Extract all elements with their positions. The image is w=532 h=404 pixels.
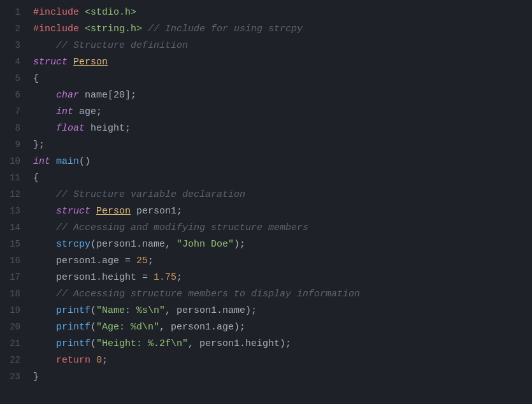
token-normal <box>79 7 85 18</box>
token-type-name: Person <box>73 57 108 68</box>
line-content: // Structure variable declaration <box>31 187 532 203</box>
code-line: 12 // Structure variable declaration <box>0 187 532 204</box>
code-editor: 1#include <stdio.h>2#include <string.h> … <box>0 0 532 404</box>
token-normal <box>50 156 56 167</box>
token-kw-include: #include <box>33 24 79 34</box>
line-number: 20 <box>0 320 31 334</box>
line-number: 4 <box>0 55 31 69</box>
code-line: 23} <box>0 370 532 386</box>
line-content: struct Person <box>31 55 532 70</box>
line-content: } <box>31 370 532 385</box>
line-number: 5 <box>0 71 31 85</box>
line-content: printf("Height: %.2f\n", person1.height)… <box>31 336 532 352</box>
token-normal: , person1.height); <box>188 338 291 349</box>
token-normal: name[20]; <box>79 90 136 101</box>
line-content: printf("Age: %d\n", person1.age); <box>31 320 532 335</box>
code-line: 20 printf("Age: %d\n", person1.age); <box>0 320 532 336</box>
line-number: 16 <box>0 254 31 268</box>
line-content: #include <stdio.h> <box>31 5 532 20</box>
token-brace: { <box>33 173 39 184</box>
token-normal: ( <box>90 338 96 349</box>
token-normal: ); <box>234 239 245 250</box>
line-number: 6 <box>0 88 31 102</box>
token-number: 0 <box>96 355 102 366</box>
line-number: 7 <box>0 105 31 119</box>
line-content: // Structure definition <box>31 38 532 54</box>
token-kw-struct: struct <box>56 206 90 217</box>
line-content: }; <box>31 138 532 153</box>
code-line: 3 // Structure definition <box>0 38 532 55</box>
code-line: 11{ <box>0 171 532 187</box>
token-comment: // Accessing and modifying structure mem… <box>56 222 308 233</box>
token-normal <box>33 123 56 134</box>
token-normal <box>33 189 56 200</box>
token-normal <box>90 355 96 366</box>
token-kw-return: return <box>56 355 90 366</box>
line-content: { <box>31 71 532 87</box>
line-number: 1 <box>0 5 31 19</box>
line-number: 11 <box>0 171 31 185</box>
code-line: 2#include <string.h> // Include for usin… <box>0 22 532 38</box>
token-func-name: strcpy <box>56 239 90 250</box>
token-normal <box>33 355 56 366</box>
line-content: int main() <box>31 154 532 170</box>
token-kw-char: char <box>56 90 79 101</box>
line-content: int age; <box>31 105 532 120</box>
line-content: float height; <box>31 121 532 136</box>
line-number: 8 <box>0 121 31 135</box>
code-line: 6 char name[20]; <box>0 88 532 105</box>
token-kw-include: #include <box>33 7 79 18</box>
token-normal <box>33 239 56 250</box>
code-line: 15 strcpy(person1.name, "John Doe"); <box>0 237 532 254</box>
line-content: return 0; <box>31 353 532 368</box>
line-number: 14 <box>0 220 31 234</box>
token-normal: , person1.name); <box>165 305 257 316</box>
token-normal: ; <box>148 256 154 266</box>
token-normal <box>33 106 56 117</box>
token-normal: height; <box>85 123 131 134</box>
token-normal: person1.height = <box>33 272 154 283</box>
token-normal <box>90 206 96 217</box>
token-normal <box>33 289 56 299</box>
code-line: 10int main() <box>0 154 532 171</box>
token-normal <box>33 322 56 333</box>
line-content: { <box>31 171 532 186</box>
line-number: 12 <box>0 187 31 201</box>
code-line: 22 return 0; <box>0 353 532 370</box>
token-normal <box>33 206 56 217</box>
line-number: 22 <box>0 353 31 367</box>
token-comment: // Structure variable declaration <box>56 189 245 200</box>
token-normal: age; <box>73 106 102 117</box>
line-content: char name[20]; <box>31 88 532 103</box>
code-line: 1#include <stdio.h> <box>0 5 532 22</box>
code-line: 18 // Accessing structure members to dis… <box>0 287 532 303</box>
line-number: 13 <box>0 204 31 218</box>
token-normal <box>33 338 56 349</box>
token-string: "Age: %d\n" <box>96 322 159 333</box>
token-func-name: printf <box>56 338 90 349</box>
line-content: person1.height = 1.75; <box>31 270 532 285</box>
line-content: // Accessing structure members to displa… <box>31 287 532 302</box>
token-string: "John Doe" <box>176 239 234 250</box>
token-normal: ( <box>90 305 96 316</box>
line-content: printf("Name: %s\n", person1.name); <box>31 303 532 319</box>
token-header: <string.h> <box>85 24 142 34</box>
token-kw-struct: struct <box>33 57 68 68</box>
line-number: 18 <box>0 287 31 301</box>
line-number: 23 <box>0 370 31 384</box>
line-number: 2 <box>0 22 31 36</box>
line-number: 3 <box>0 38 31 52</box>
token-number: 25 <box>136 256 148 266</box>
token-comment: // Structure definition <box>33 40 188 51</box>
token-normal <box>33 90 56 101</box>
token-normal: person1.age = <box>33 256 136 266</box>
token-normal <box>142 24 148 34</box>
token-brace: }; <box>33 140 45 150</box>
token-normal: () <box>79 156 90 167</box>
code-line: 9}; <box>0 138 532 154</box>
line-content: // Accessing and modifying structure mem… <box>31 220 532 236</box>
code-line: 14 // Accessing and modifying structure … <box>0 220 532 237</box>
token-func-name: printf <box>56 305 90 316</box>
code-line: 17 person1.height = 1.75; <box>0 270 532 287</box>
token-normal <box>68 57 73 68</box>
